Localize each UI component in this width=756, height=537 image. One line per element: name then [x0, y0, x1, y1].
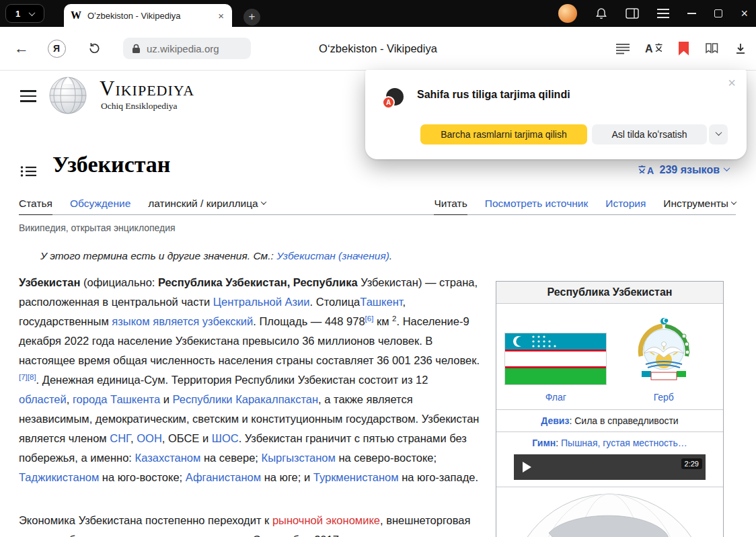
- svg-text:A: A: [645, 43, 653, 54]
- wikipedia-favicon: W: [71, 9, 81, 22]
- text-segment: на севере;: [200, 452, 261, 464]
- inline-link[interactable]: Таджикистаном: [19, 471, 99, 483]
- infobox-motto: Девиз: Сила в справедливости: [496, 409, 723, 431]
- text-segment: (официально:: [80, 276, 158, 288]
- contents-list-icon[interactable]: [20, 165, 36, 180]
- tab-close-icon[interactable]: ×: [217, 10, 225, 22]
- tab-read[interactable]: Читать: [434, 198, 467, 215]
- reload-button[interactable]: [85, 39, 104, 58]
- reader-mode-icon[interactable]: [616, 43, 630, 54]
- text-segment: , ОБСЕ и: [162, 432, 212, 444]
- play-icon[interactable]: [523, 462, 531, 472]
- flag-caption-link[interactable]: Флаг: [545, 392, 566, 403]
- yandex-button[interactable]: Я: [47, 39, 66, 58]
- text-segment: Экономика Узбекистана постепенно переход…: [19, 514, 272, 526]
- back-button[interactable]: ←: [12, 39, 31, 58]
- inline-link[interactable]: города Ташкента: [73, 393, 160, 405]
- inline-link[interactable]: Кыргызстаном: [262, 452, 336, 464]
- bookmark-icon[interactable]: [679, 42, 689, 56]
- uzbekistan-flag-image[interactable]: [504, 333, 607, 385]
- popup-close-icon[interactable]: ×: [728, 75, 736, 91]
- tab-view-source[interactable]: Посмотреть источник: [485, 198, 588, 214]
- text-segment: ,: [67, 393, 73, 405]
- anthem-label-link[interactable]: Гимн: [532, 438, 556, 448]
- minimize-icon[interactable]: [687, 13, 696, 14]
- languages-button[interactable]: A 239 языков: [638, 164, 730, 176]
- maximize-icon[interactable]: [714, 9, 722, 17]
- avatar[interactable]: [558, 4, 577, 23]
- text-segment: У этого термина есть и другие значения. …: [40, 250, 276, 261]
- motto-label-link[interactable]: Девиз: [541, 415, 569, 426]
- anthem-player[interactable]: 2:29: [514, 454, 706, 480]
- wiki-menu-icon[interactable]: [20, 90, 36, 102]
- text-segment: на юге; и: [261, 471, 313, 483]
- inline-link[interactable]: ООН: [137, 432, 162, 444]
- inline-link[interactable]: Республики Каракалпакстан: [173, 393, 319, 405]
- uzbekistan-coat-of-arms-image[interactable]: [632, 315, 695, 385]
- infobox-anthem: Гимн: Пышная, густая местность… 2:29: [496, 431, 723, 487]
- article-paragraph-2: Экономика Узбекистана постепенно переход…: [19, 511, 482, 537]
- inline-link[interactable]: рыночной экономике: [272, 514, 380, 526]
- browser-tab[interactable]: W Oʻzbekiston - Vikipediya ×: [64, 4, 232, 27]
- tab-counter[interactable]: 1: [5, 4, 44, 23]
- side-panel-icon[interactable]: [626, 8, 639, 19]
- tab-strip: 1 W Oʻzbekiston - Vikipediya × + ×: [0, 0, 756, 27]
- inline-link[interactable]: языком является узбекский: [112, 315, 253, 327]
- text-segment: км: [373, 315, 392, 327]
- tab-variant-select[interactable]: латинский / кириллица: [148, 198, 265, 214]
- inline-link[interactable]: [6]: [365, 315, 374, 323]
- site-subtitle: Википедия, открытая энциклопедия: [19, 222, 176, 233]
- popup-message: Sahifa rus tiliga tarjima qilindi: [417, 89, 570, 101]
- inline-link[interactable]: Узбекистан (значения): [276, 250, 389, 261]
- inline-link[interactable]: СНГ: [110, 432, 130, 444]
- inline-link[interactable]: ШОС: [212, 432, 239, 444]
- tabs-left: Статья Обсуждение латинский / кириллица: [19, 198, 266, 214]
- translator-logo-icon: A: [382, 88, 404, 109]
- tab-article[interactable]: Статья: [19, 198, 52, 215]
- anthem-link[interactable]: Пышная, густая местность…: [561, 438, 687, 448]
- video-duration: 2:29: [681, 458, 702, 469]
- chrome-controls: ×: [558, 0, 748, 27]
- text-segment: Узбекистан: [19, 276, 80, 288]
- bell-icon[interactable]: [595, 7, 607, 19]
- inline-link[interactable]: Ташкент: [360, 296, 402, 308]
- text-segment: . Столица: [310, 296, 361, 308]
- inline-link[interactable]: областей: [19, 393, 67, 405]
- infobox-title: Республика Узбекистан: [496, 282, 723, 304]
- download-icon[interactable]: [734, 42, 747, 54]
- inline-link[interactable]: Туркменистаном: [313, 471, 399, 483]
- flag-column: Флаг: [502, 315, 610, 403]
- globe-map-image: [508, 493, 710, 537]
- browser-menu-icon[interactable]: [657, 9, 669, 18]
- hatnote: У этого термина есть и другие значения. …: [40, 250, 478, 262]
- coa-caption-link[interactable]: Герб: [654, 392, 674, 403]
- inline-link[interactable]: [7][8]: [19, 373, 36, 381]
- translate-icon[interactable]: A: [645, 42, 663, 55]
- popup-dropdown-button[interactable]: [709, 124, 728, 144]
- text-segment: . Денежная единица-Сум. Территория Респу…: [36, 374, 428, 386]
- browser-toolbar: ← Я uz.wikipedia.org Oʻzbekiston - Vikip…: [0, 27, 756, 70]
- article-title: Узбекистан: [52, 152, 170, 177]
- browser-window: 1 W Oʻzbekiston - Vikipediya × + × ← Я: [0, 0, 756, 537]
- chevron-down-icon: [724, 165, 730, 171]
- tab-history[interactable]: История: [605, 198, 646, 214]
- window-close-icon[interactable]: ×: [741, 7, 748, 19]
- coa-column: Герб: [610, 315, 718, 403]
- translate-images-button[interactable]: Barcha rasmlarni tarjima qilish: [420, 124, 587, 144]
- address-bar[interactable]: uz.wikipedia.org: [123, 38, 251, 59]
- chevron-down-icon: [731, 199, 736, 204]
- tab-tools[interactable]: Инструменты: [663, 198, 736, 214]
- inline-link[interactable]: Центральной Азии: [213, 296, 310, 308]
- text-segment: на юго-востоке;: [99, 471, 185, 483]
- article-paragraph-1: Узбекистан (официально: Республика Узбек…: [19, 273, 482, 487]
- tab-discussion[interactable]: Обсуждение: [70, 198, 130, 214]
- show-original-button[interactable]: Asl tilda koʻrsatish: [592, 124, 707, 144]
- yandex-icon: Я: [48, 40, 66, 58]
- inline-link[interactable]: Казахстаном: [135, 452, 201, 464]
- lock-icon: [132, 44, 141, 54]
- collections-icon[interactable]: [704, 42, 719, 54]
- inline-link[interactable]: Афганистаном: [186, 471, 261, 483]
- wikipedia-logo[interactable]: [48, 75, 87, 117]
- wikipedia-wordmark: Vikipediya: [100, 77, 194, 101]
- new-tab-button[interactable]: +: [243, 9, 260, 26]
